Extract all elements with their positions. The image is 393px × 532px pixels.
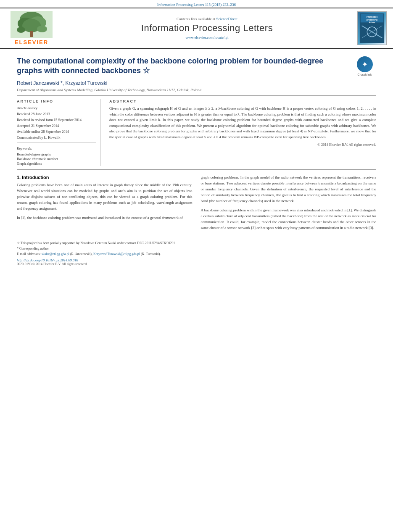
- elsevier-logo: ELSEVIER: [11, 11, 53, 45]
- article-title-section: The computational complexity of the back…: [17, 56, 376, 76]
- history-label: Article history:: [17, 106, 96, 110]
- svg-text:processing: processing: [367, 19, 377, 21]
- sciencedirect-line: Contents lists available at ScienceDirec…: [177, 17, 237, 21]
- article-info-abstract-section: ARTICLE INFO Article history: Received 2…: [17, 95, 376, 166]
- abstract-label: ABSTRACT: [109, 99, 376, 103]
- abstract-text: Given a graph G, a spanning subgraph H o…: [109, 106, 376, 140]
- journal-citation-bar: Information Processing Letters 115 (2015…: [0, 0, 393, 8]
- crossmark-area: ✦ CrossMark: [353, 56, 376, 76]
- issn-line: 0020-0190/© 2014 Elsevier B.V. All right…: [17, 262, 376, 266]
- intro-para-2: In [1], the backbone coloring problem wa…: [17, 215, 193, 221]
- footnote-email-line: E-mail addresses: skalar@eti.pg.gda.pl (…: [17, 252, 376, 256]
- history-item-0: Received 28 June 2013: [17, 112, 96, 117]
- content-right-col: graph coloring problems. In the graph mo…: [201, 175, 377, 234]
- email1-name: (R. Janczewski),: [70, 252, 92, 256]
- journal-thumbnail: information processing letters: [357, 11, 387, 45]
- history-item-2: Accepted 21 September 2014: [17, 124, 96, 129]
- history-item-4: Communicated by Ł. Kowalik: [17, 135, 96, 140]
- svg-text:information: information: [367, 16, 378, 18]
- copyright-line: © 2014 Elsevier B.V. All rights reserved…: [109, 142, 376, 147]
- article-info-column: ARTICLE INFO Article history: Received 2…: [17, 99, 101, 166]
- svg-rect-5: [30, 31, 33, 37]
- email-label: E-mail addresses:: [17, 252, 41, 256]
- svg-point-6: [17, 27, 25, 33]
- introduction-heading: 1. Introduction: [17, 175, 193, 180]
- footnote-area: ☆ This project has been partially suppor…: [17, 238, 376, 266]
- keyword-2: Graph algorithms: [17, 161, 96, 166]
- journal-thumbnail-area: information processing letters: [355, 11, 389, 45]
- intro-para-1: Coloring problems have been one of main …: [17, 182, 193, 212]
- keywords-label: Keywords:: [17, 146, 96, 150]
- abstract-column: ABSTRACT Given a graph G, a spanning sub…: [109, 99, 376, 166]
- content-left-col: 1. Introduction Coloring problems have b…: [17, 175, 193, 234]
- article-content-section: 1. Introduction Coloring problems have b…: [17, 169, 376, 234]
- authors-line: Robert Janczewski *, Krzysztof Turowski: [17, 80, 376, 86]
- journal-citation-text: Information Processing Letters 115 (2015…: [157, 3, 236, 7]
- crossmark-icon[interactable]: ✦: [357, 56, 373, 72]
- affiliation-line: Department of Algorithms and Systems Mod…: [17, 88, 376, 92]
- email1-link[interactable]: skalar@eti.pg.gda.pl: [42, 252, 69, 256]
- crossmark-label: CrossMark: [358, 73, 372, 76]
- email2-link[interactable]: Krzysztof.Turowski@eti.pg.gda.pl: [93, 252, 140, 256]
- svg-point-7: [37, 26, 47, 32]
- content-two-col: 1. Introduction Coloring problems have b…: [17, 175, 376, 234]
- article-info-label: ARTICLE INFO: [17, 99, 96, 103]
- elsevier-tree-image: [11, 11, 53, 38]
- article-title: The computational complexity of the back…: [17, 56, 349, 76]
- elsevier-logo-area: ELSEVIER: [4, 11, 59, 45]
- journal-header: ELSEVIER Contents lists available at Sci…: [0, 8, 393, 49]
- journal-url[interactable]: www.elsevier.com/locate/ipl: [185, 35, 228, 40]
- svg-text:letters: letters: [369, 21, 375, 24]
- keyword-0: Bounded-degree graphs: [17, 152, 96, 156]
- history-item-1: Received in revised form 15 September 20…: [17, 118, 96, 123]
- journal-title: Information Processing Letters: [141, 23, 273, 34]
- email2-name: (K. Turowski).: [141, 252, 161, 256]
- keyword-1: Backbone chromatic number: [17, 157, 96, 161]
- doi-line[interactable]: http://dx.doi.org/10.1016/j.ipl.2014.09.…: [17, 258, 376, 262]
- footnote-corresponding: * Corresponding author.: [17, 246, 376, 251]
- right-para-2: A backbone coloring problem within the g…: [201, 208, 377, 231]
- right-para-1: graph coloring problems. In the graph mo…: [201, 175, 377, 204]
- footnote-star: ☆ This project has been partially suppor…: [17, 241, 376, 245]
- article-body: The computational complexity of the back…: [0, 49, 393, 270]
- sciencedirect-link[interactable]: ScienceDirect: [216, 17, 237, 21]
- journal-title-area: Contents lists available at ScienceDirec…: [63, 11, 351, 45]
- elsevier-brand-text: ELSEVIER: [15, 39, 48, 45]
- history-item-3: Available online 28 September 2014: [17, 129, 96, 134]
